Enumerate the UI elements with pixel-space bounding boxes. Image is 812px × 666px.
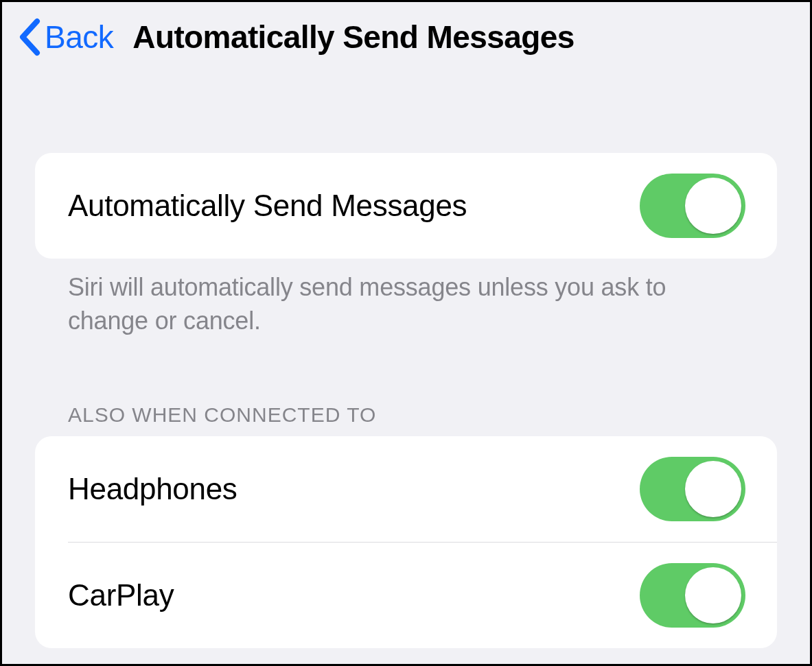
toggle-carplay[interactable] <box>640 563 745 628</box>
row-label-carplay: CarPlay <box>68 578 174 613</box>
section-connected: Headphones CarPlay <box>35 436 777 648</box>
toggle-knob <box>685 178 741 234</box>
content: Automatically Send Messages Siri will au… <box>2 72 810 648</box>
toggle-auto-send[interactable] <box>640 174 745 238</box>
section-footer-auto-send: Siri will automatically send messages un… <box>35 259 777 337</box>
toggle-knob <box>685 461 741 517</box>
row-auto-send: Automatically Send Messages <box>35 153 777 259</box>
toggle-headphones[interactable] <box>640 457 745 521</box>
nav-bar: Back Automatically Send Messages <box>2 2 810 72</box>
row-carplay: CarPlay <box>35 543 777 648</box>
row-label-auto-send: Automatically Send Messages <box>68 189 467 223</box>
chevron-left-icon <box>17 17 40 57</box>
toggle-knob <box>685 567 741 623</box>
row-label-headphones: Headphones <box>68 472 237 506</box>
settings-screen: Back Automatically Send Messages Automat… <box>0 0 812 666</box>
page-title: Automatically Send Messages <box>132 19 574 56</box>
section-header-connected: ALSO WHEN CONNECTED TO <box>35 403 777 436</box>
back-button[interactable]: Back <box>17 17 113 57</box>
back-label: Back <box>45 19 113 56</box>
row-headphones: Headphones <box>35 436 777 542</box>
section-auto-send: Automatically Send Messages <box>35 153 777 259</box>
